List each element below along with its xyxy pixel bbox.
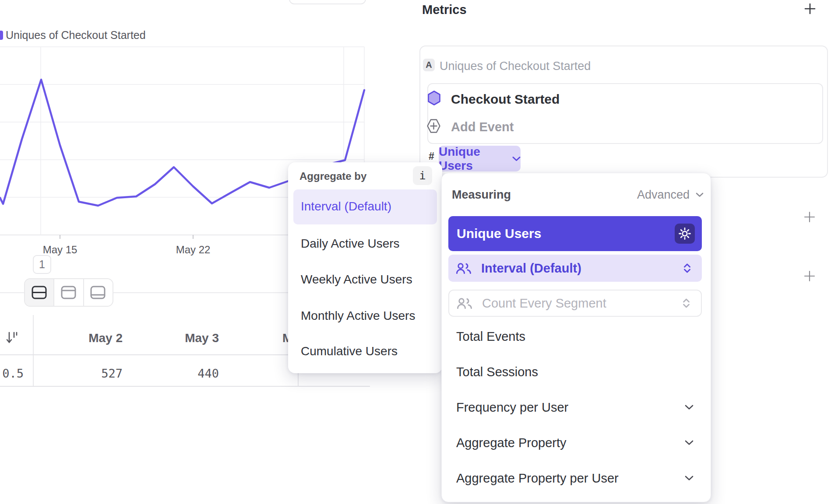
add-event-button[interactable]: Add Event xyxy=(451,120,514,134)
layout-toggle-split-middle[interactable] xyxy=(25,279,53,306)
table-cell-may2: 527 xyxy=(39,367,123,380)
table-row-label: 0.5 xyxy=(0,367,24,380)
add-breakdown-button[interactable] xyxy=(801,268,818,284)
chart-axis-ticks xyxy=(60,235,193,239)
settings-button[interactable] xyxy=(675,224,695,244)
layout-split-top-icon xyxy=(61,286,77,300)
option-total-sessions[interactable]: Total Sessions xyxy=(448,358,704,386)
measuring-title: Measuring xyxy=(452,188,511,202)
event-name[interactable]: Checkout Started xyxy=(451,92,560,107)
menu-item-monthly-active-users[interactable]: Monthly Active Users xyxy=(294,304,443,328)
layout-split-bottom-icon xyxy=(90,286,106,300)
table-row-border xyxy=(0,386,370,387)
plus-icon xyxy=(804,270,815,282)
x-axis-label-may15: May 15 xyxy=(36,244,84,256)
frequency-per-user-label: Frequency per User xyxy=(456,400,568,415)
option-frequency-per-user[interactable]: Frequency per User xyxy=(448,393,704,421)
add-event-icon xyxy=(427,119,440,133)
users-icon xyxy=(456,262,472,274)
aggregate-by-title: Aggregate by xyxy=(299,170,366,182)
menu-item-interval-default[interactable]: Interval (Default) xyxy=(294,194,443,219)
measuring-popover: Measuring Advanced Unique Users xyxy=(441,173,711,502)
x-axis-label-may22: May 22 xyxy=(169,244,217,256)
pagination-badge[interactable]: 1 xyxy=(33,255,51,274)
counting-type-prefix: # xyxy=(429,150,434,162)
info-button[interactable]: i xyxy=(413,166,432,185)
measurement-pill-label: Unique Users xyxy=(439,145,507,173)
option-aggregate-property-per-user[interactable]: Aggregate Property per User xyxy=(448,464,704,492)
option-interval-default[interactable]: Interval (Default) xyxy=(448,255,702,282)
plus-icon xyxy=(804,211,815,223)
interval-default-label: Interval (Default) xyxy=(481,261,581,276)
chevron-down-icon xyxy=(696,192,704,197)
event-hexagon-icon xyxy=(428,91,440,105)
menu-item-daily-active-users[interactable]: Daily Active Users xyxy=(294,231,443,256)
metric-card-title[interactable]: Uniques of Checkout Started xyxy=(440,60,591,73)
gear-icon xyxy=(678,227,691,240)
aggregate-property-label: Aggregate Property xyxy=(456,436,566,450)
option-total-events[interactable]: Total Events xyxy=(448,322,704,350)
sort-rows-icon xyxy=(6,331,18,345)
menu-item-weekly-active-users[interactable]: Weekly Active Users xyxy=(294,267,443,292)
option-unique-users-selected[interactable]: Unique Users xyxy=(448,216,702,251)
advanced-label: Advanced xyxy=(637,188,690,202)
select-updown-icon xyxy=(683,263,691,273)
option-count-every-segment[interactable]: Count Every Segment xyxy=(448,290,702,317)
users-icon xyxy=(457,298,472,309)
table-sort-button[interactable] xyxy=(5,329,20,346)
add-filter-button[interactable] xyxy=(801,209,818,225)
chevron-down-icon xyxy=(685,405,694,410)
aggregate-property-per-user-label: Aggregate Property per User xyxy=(456,471,619,486)
measurement-dropdown-pill[interactable]: Unique Users xyxy=(439,146,521,172)
metric-letter-badge: A xyxy=(423,59,435,71)
aggregate-by-popover: Aggregate by i Interval (Default) Daily … xyxy=(288,162,442,373)
chevron-down-icon xyxy=(685,440,694,445)
unique-users-label: Unique Users xyxy=(457,226,541,241)
menu-item-cumulative-users[interactable]: Cumulative Users xyxy=(294,339,443,364)
table-header-may3[interactable]: May 3 xyxy=(136,331,219,345)
count-every-segment-label: Count Every Segment xyxy=(482,296,606,311)
layout-split-middle-icon xyxy=(32,286,47,300)
table-column-separator xyxy=(33,315,34,387)
layout-toggle-group xyxy=(24,278,113,307)
table-header-may2[interactable]: May 2 xyxy=(39,331,123,345)
layout-toggle-split-bottom[interactable] xyxy=(83,279,113,306)
add-metric-button[interactable] xyxy=(802,1,818,17)
option-aggregate-property[interactable]: Aggregate Property xyxy=(448,429,704,457)
table-cell-may3: 440 xyxy=(136,367,219,380)
chevron-down-icon xyxy=(685,476,694,481)
layout-toggle-split-top[interactable] xyxy=(53,279,83,306)
advanced-dropdown[interactable]: Advanced xyxy=(637,188,704,202)
select-updown-icon xyxy=(683,298,690,308)
plus-icon xyxy=(804,3,816,14)
metrics-section-title: Metrics xyxy=(422,3,467,17)
chevron-down-icon xyxy=(512,156,521,161)
